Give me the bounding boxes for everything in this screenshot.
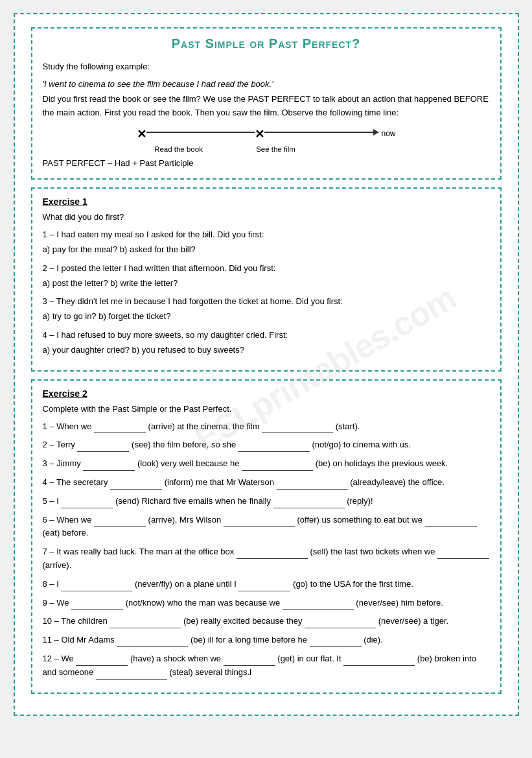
- exercise2-item-2: 2 – Terry (see) the film before, so she …: [43, 438, 490, 452]
- blank-11b[interactable]: [310, 638, 362, 647]
- ex2-9-part2: (never/see) him before.: [354, 598, 443, 608]
- ex2-8-part2: (go) to the USA for the first time.: [290, 579, 413, 589]
- blank-4b[interactable]: [277, 480, 348, 490]
- ex2-1-part0: 1 – When we: [43, 421, 95, 431]
- blank-12b[interactable]: [224, 657, 275, 666]
- ex2-3-part2: (be) on holidays the previous week.: [313, 458, 448, 468]
- blank-4a[interactable]: [110, 480, 162, 490]
- exercise1-title: Exercise 1: [43, 196, 490, 207]
- exercise1-item-4-text: 4 – I had refused to buy more sweets, so…: [43, 329, 490, 342]
- exercise1-item-1: 1 – I had eaten my meal so I asked for t…: [43, 228, 490, 257]
- ex2-3-part1: (look) very well because he: [135, 458, 242, 468]
- blank-2a[interactable]: [77, 443, 129, 452]
- ex2-5-part2: (reply)!: [345, 496, 373, 506]
- exercise1-item-2-text: 2 – I posted the letter I had written th…: [43, 262, 490, 276]
- exercise2-item-11: 11 – Old Mr Adams (be) ill for a long ti…: [43, 634, 490, 647]
- exercise2-item-10: 10 – The children (be) really excited be…: [43, 615, 490, 628]
- exercise1-item-2-options: a) post the letter? b) write the letter?: [43, 277, 490, 290]
- exercise2-item-4: 4 – The secretary (inform) me that Mr Wa…: [43, 476, 490, 490]
- exercise2-item-6: 6 – When we (arrive), Mrs Wilson (offer)…: [43, 514, 490, 541]
- blank-10b[interactable]: [305, 619, 376, 628]
- blank-11a[interactable]: [117, 638, 188, 647]
- ex2-5-part1: (send) Richard five emails when he final…: [113, 496, 273, 506]
- ex2-4-part2: (already/leave) the office.: [348, 477, 445, 487]
- ex2-7-part0: 7 – It was really bad luck. The man at t…: [43, 547, 237, 556]
- blank-1b[interactable]: [262, 424, 333, 433]
- blank-8b[interactable]: [238, 582, 290, 591]
- ex2-8-part0: 8 – I: [43, 579, 62, 589]
- ex2-12-part2: (get) in our flat. It: [275, 654, 344, 663]
- blank-6a[interactable]: [94, 517, 146, 527]
- blank-7a[interactable]: [237, 550, 308, 559]
- ex2-1-part2: (start).: [333, 421, 360, 431]
- explanation-text: Did you first read the book or see the f…: [43, 93, 490, 120]
- timeline-row: ✕ ✕ now: [137, 128, 396, 141]
- ex2-6-part1: (arrive), Mrs Wilson: [146, 515, 224, 525]
- blank-5b[interactable]: [273, 499, 345, 508]
- blank-12a[interactable]: [76, 657, 128, 666]
- blank-12c[interactable]: [343, 657, 415, 666]
- ex2-4-part1: (inform) me that Mr Waterson: [162, 477, 277, 487]
- blank-7b[interactable]: [437, 550, 489, 559]
- ex2-11-part0: 11 – Old Mr Adams: [43, 635, 117, 645]
- ex2-5-part0: 5 – I: [43, 496, 62, 506]
- ex2-9-part1: (not/know) who the man was because we: [123, 598, 283, 608]
- worksheet-page: ESLprintables.com Past Simple or Past Pe…: [14, 13, 519, 716]
- quote-text: 'I went to cinema to see the film becaus…: [43, 79, 490, 89]
- exercise1-item-4-options: a) your daughter cried? b) you refused t…: [43, 344, 490, 357]
- ex2-11-part1: (be) ill for a long time before he: [188, 635, 309, 645]
- timeline: ✕ ✕ now Read the book See the film: [43, 128, 490, 153]
- blank-6b[interactable]: [224, 517, 295, 527]
- formula-text: PAST PERFECT – Had + Past Participle: [43, 158, 490, 168]
- page-title: Past Simple or Past Perfect?: [43, 36, 490, 51]
- study-label: Study the following example:: [43, 60, 490, 74]
- exercise2-title: Exercise 2: [43, 388, 490, 399]
- ex2-6-part3: (eat) before.: [43, 528, 89, 538]
- ex2-12-part0: 12 – We: [43, 654, 76, 663]
- blank-1a[interactable]: [94, 424, 146, 433]
- x-mark-2: ✕: [255, 128, 264, 141]
- ex2-11-part2: (die).: [362, 635, 383, 645]
- exercise1-item-4: 4 – I had refused to buy more sweets, so…: [43, 329, 490, 357]
- exercise2-intro: Complete with the Past Simple or the Pas…: [43, 404, 490, 414]
- exercise2-item-9: 9 – We (not/know) who the man was becaus…: [43, 597, 490, 610]
- exercise1-intro: What did you do first?: [43, 212, 490, 222]
- ex2-10-part2: (never/see) a tiger.: [376, 616, 448, 626]
- ex2-4-part0: 4 – The secretary: [43, 477, 111, 487]
- exercise2-item-5: 5 – I (send) Richard five emails when he…: [43, 495, 490, 508]
- blank-5a[interactable]: [61, 499, 113, 508]
- ex2-6-part2: (offer) us something to eat but we: [295, 515, 425, 525]
- timeline-label-2: See the film: [234, 145, 318, 153]
- exercise2-section: Exercise 2 Complete with the Past Simple…: [31, 379, 502, 694]
- ex2-3-part0: 3 – Jimmy: [43, 458, 84, 468]
- blank-9b[interactable]: [283, 600, 354, 610]
- ex2-10-part0: 10 – The children: [43, 616, 110, 626]
- ex2-9-part0: 9 – We: [43, 598, 72, 608]
- ex2-12-part1: (have) a shock when we: [128, 654, 223, 663]
- title-section: Past Simple or Past Perfect? Study the f…: [31, 27, 502, 180]
- exercise2-item-3: 3 – Jimmy (look) very well because he (b…: [43, 457, 490, 471]
- exercise2-item-8: 8 – I (never/fly) on a plane until I (go…: [43, 578, 490, 591]
- blank-12d[interactable]: [96, 670, 167, 680]
- exercise1-section: Exercise 1 What did you do first? 1 – I …: [31, 187, 502, 371]
- blank-8a[interactable]: [61, 582, 132, 591]
- blank-3b[interactable]: [242, 462, 313, 471]
- timeline-arrow: [373, 129, 379, 136]
- blank-6c[interactable]: [425, 517, 477, 527]
- timeline-line-2: [264, 132, 373, 133]
- ex2-2-part1: (see) the film before, so she: [129, 440, 238, 449]
- timeline-label-1: Read the book: [137, 145, 221, 153]
- exercise1-item-3-options: a) try to go in? b) forget the ticket?: [43, 310, 490, 324]
- exercise1-item-3-text: 3 – They didn't let me in because I had …: [43, 295, 490, 309]
- timeline-node-1: ✕: [137, 128, 146, 141]
- now-label: now: [382, 129, 396, 138]
- blank-3a[interactable]: [83, 462, 135, 471]
- blank-9a[interactable]: [71, 600, 123, 610]
- ex2-7-part1: (sell) the last two tickets when we: [308, 547, 437, 556]
- exercise2-item-1: 1 – When we (arrive) at the cinema, the …: [43, 420, 490, 434]
- blank-10a[interactable]: [110, 619, 181, 628]
- ex2-7-part2: (arrive).: [43, 560, 72, 570]
- ex2-12-part4: (steal) several things.l: [167, 667, 251, 677]
- ex2-10-part1: (be) really excited because they: [181, 616, 305, 626]
- blank-2b[interactable]: [238, 443, 310, 452]
